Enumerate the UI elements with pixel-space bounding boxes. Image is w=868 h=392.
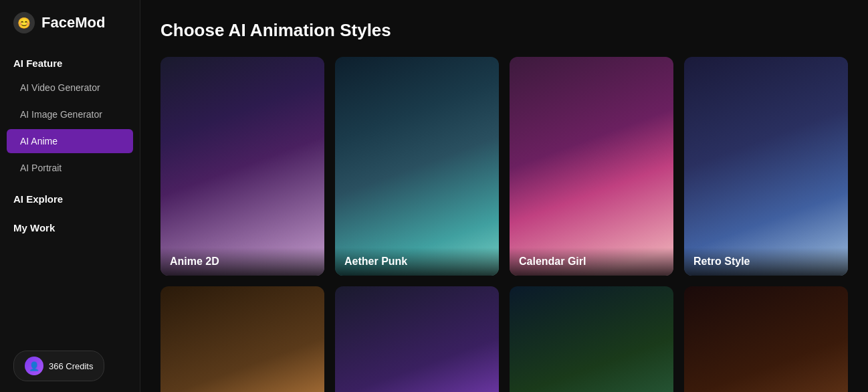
ai-explore-label: AI Explore <box>0 181 140 210</box>
card-label-retrostyle: Retro Style <box>684 248 848 276</box>
style-card-tophat[interactable] <box>335 286 499 392</box>
style-card-retrostyle[interactable]: Retro Style <box>684 57 848 276</box>
avatar: 👤 <box>25 357 43 375</box>
credits-button[interactable]: 👤 366 Credits <box>13 351 104 381</box>
logo-text: FaceMod <box>41 14 105 31</box>
card-label-anime2d: Anime 2D <box>160 248 324 276</box>
sidebar-bottom: 👤 366 Credits <box>0 340 140 392</box>
sidebar-item-ai-anime[interactable]: AI Anime <box>7 129 133 153</box>
style-card-braided[interactable] <box>160 286 324 392</box>
style-card-redhair[interactable] <box>510 286 673 392</box>
main-content: Choose AI Animation Styles Anime 2DAethe… <box>140 0 868 392</box>
style-card-calendargirl[interactable]: Calendar Girl <box>510 57 673 276</box>
sidebar-item-ai-image[interactable]: AI Image Generator <box>7 102 133 126</box>
sidebar-item-ai-video[interactable]: AI Video Generator <box>7 76 133 100</box>
ai-feature-label: AI Feature <box>0 45 140 74</box>
style-card-aetherpunk[interactable]: Aether Punk <box>335 57 499 276</box>
card-label-calendargirl: Calendar Girl <box>510 248 673 276</box>
card-label-aetherpunk: Aether Punk <box>335 248 499 276</box>
page-title: Choose AI Animation Styles <box>160 20 848 41</box>
style-grid: Anime 2DAether PunkCalendar GirlRetro St… <box>160 57 848 392</box>
sidebar-item-ai-portrait[interactable]: AI Portrait <box>7 156 133 180</box>
style-card-cowboy[interactable] <box>684 286 848 392</box>
credits-text: 366 Credits <box>49 361 93 371</box>
logo-area[interactable]: 😊 FaceMod <box>0 0 140 45</box>
sidebar: 😊 FaceMod AI Feature AI Video Generator … <box>0 0 140 392</box>
style-card-anime2d[interactable]: Anime 2D <box>160 57 324 276</box>
my-work-label: My Work <box>0 210 140 239</box>
logo-icon: 😊 <box>13 12 35 33</box>
